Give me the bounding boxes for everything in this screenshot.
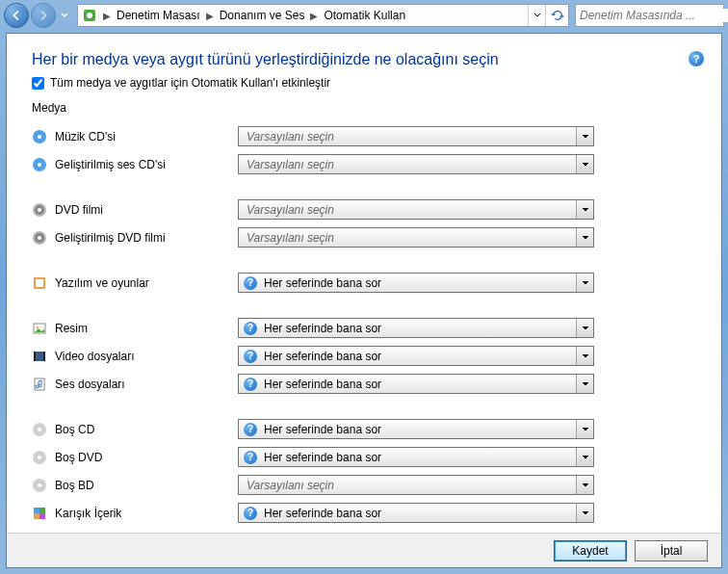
breadcrumb: ▶ Denetim Masası ▶ Donanım ve Ses ▶ Otom…: [101, 6, 528, 25]
forward-button[interactable]: [31, 3, 56, 28]
combo-value: Her seferinde bana sor: [262, 423, 576, 436]
disc-blue-icon: [32, 157, 47, 172]
media-row: Boş BDVarsayılanı seçin: [32, 471, 696, 499]
history-dropdown[interactable]: [58, 3, 71, 28]
media-row: Geliştirilmiş DVD filmiVarsayılanı seçin: [32, 223, 696, 251]
content-frame: ? Her bir medya veya aygıt türünü yerleş…: [6, 33, 722, 568]
chevron-down-icon: [576, 347, 593, 365]
arrow-right-icon: [37, 9, 50, 22]
media-action-combo[interactable]: ?Her seferinde bana sor: [238, 419, 594, 439]
question-icon: ?: [243, 377, 258, 392]
address-dropdown[interactable]: [528, 5, 545, 26]
address-bar[interactable]: ▶ Denetim Masası ▶ Donanım ve Ses ▶ Otom…: [77, 4, 569, 27]
media-action-combo[interactable]: ?Her seferinde bana sor: [238, 273, 594, 293]
chevron-down-icon: [576, 504, 593, 522]
breadcrumb-item[interactable]: Denetim Masası: [113, 6, 204, 25]
svg-rect-19: [34, 352, 36, 361]
arrow-left-icon: [10, 9, 23, 22]
disc-silver-icon: [32, 422, 47, 437]
media-row: Video dosyaları?Her seferinde bana sor: [32, 342, 696, 370]
search-input[interactable]: [576, 9, 728, 22]
svg-point-13: [38, 236, 41, 240]
svg-point-1: [87, 13, 92, 18]
media-action-combo[interactable]: Varsayılanı seçin: [238, 154, 594, 174]
row-gap: [32, 178, 696, 196]
search-box: [575, 4, 724, 27]
content-body: ? Her bir medya veya aygıt türünü yerleş…: [7, 34, 721, 533]
chevron-down-icon: [576, 200, 593, 219]
combo-value: Varsayılanı seçin: [239, 130, 576, 144]
media-row: Boş DVD?Her seferinde bana sor: [32, 443, 696, 471]
svg-point-17: [37, 326, 39, 328]
svg-point-5: [38, 135, 41, 139]
combo-value: Her seferinde bana sor: [262, 276, 576, 290]
software-icon: [32, 275, 47, 291]
media-list: Müzik CD'siVarsayılanı seçinGeliştirilmi…: [32, 122, 696, 527]
page-title: Her bir medya veya aygıt türünü yerleşti…: [32, 51, 696, 68]
help-button[interactable]: ?: [689, 51, 704, 66]
combo-value: Her seferinde bana sor: [262, 378, 576, 391]
disc-dvd-icon: [32, 202, 47, 218]
chevron-down-icon: [576, 476, 593, 494]
enable-autoplay-label[interactable]: Tüm medya ve aygıtlar için Otomatik Kull…: [50, 76, 330, 90]
breadcrumb-item[interactable]: Otomatik Kullan: [320, 6, 409, 25]
svg-point-27: [38, 483, 41, 487]
media-action-combo[interactable]: ?Her seferinde bana sor: [238, 503, 594, 523]
chevron-down-icon: [576, 274, 593, 292]
svg-rect-20: [43, 352, 45, 361]
media-action-combo[interactable]: ?Her seferinde bana sor: [238, 346, 594, 366]
navigation-bar: ▶ Denetim Masası ▶ Donanım ve Ses ▶ Otom…: [0, 0, 728, 31]
media-row: Müzik CD'siVarsayılanı seçin: [32, 122, 696, 150]
picture-icon: [32, 321, 47, 336]
media-label: Boş BD: [55, 479, 238, 492]
chevron-down-icon: [61, 12, 68, 19]
audio-icon: [32, 377, 47, 392]
chevron-down-icon: [576, 127, 593, 145]
media-action-combo[interactable]: ?Her seferinde bana sor: [238, 318, 594, 338]
svg-point-25: [38, 456, 41, 459]
chevron-down-icon: [576, 228, 593, 247]
video-icon: [32, 349, 47, 364]
media-row: Boş CD?Her seferinde bana sor: [32, 415, 696, 443]
combo-value: Varsayılanı seçin: [239, 479, 576, 492]
disc-blue-icon: [32, 129, 47, 144]
media-label: Boş CD: [55, 423, 238, 436]
media-label: Müzik CD'si: [55, 130, 238, 144]
svg-rect-31: [39, 513, 45, 519]
media-row: Resim?Her seferinde bana sor: [32, 314, 696, 342]
media-action-combo[interactable]: Varsayılanı seçin: [238, 199, 594, 220]
footer: Kaydet İptal: [7, 533, 721, 567]
save-button[interactable]: Kaydet: [554, 540, 627, 561]
combo-value: Her seferinde bana sor: [262, 507, 576, 520]
media-label: Boş DVD: [55, 451, 238, 464]
row-gap: [32, 297, 696, 314]
chevron-right-icon: ▶: [204, 11, 216, 21]
refresh-icon: [551, 9, 564, 22]
media-action-combo[interactable]: ?Her seferinde bana sor: [238, 374, 594, 394]
chevron-down-icon: [576, 375, 593, 393]
svg-point-10: [38, 208, 41, 212]
refresh-button[interactable]: [545, 5, 568, 26]
question-icon: ?: [243, 422, 258, 437]
media-action-combo[interactable]: Varsayılanı seçin: [238, 126, 594, 146]
media-label: Video dosyaları: [55, 350, 238, 363]
chevron-down-icon: [576, 155, 593, 173]
media-row: DVD filmiVarsayılanı seçin: [32, 196, 696, 223]
row-gap: [32, 398, 696, 415]
chevron-right-icon: ▶: [101, 11, 113, 21]
enable-autoplay-checkbox[interactable]: [32, 77, 44, 90]
media-action-combo[interactable]: ?Her seferinde bana sor: [238, 447, 594, 467]
chevron-down-icon: [576, 420, 593, 438]
chevron-down-icon: [576, 319, 593, 337]
breadcrumb-item[interactable]: Donanım ve Ses: [216, 6, 309, 25]
media-action-combo[interactable]: Varsayılanı seçin: [238, 475, 594, 495]
back-button[interactable]: [4, 3, 29, 28]
media-action-combo[interactable]: Varsayılanı seçin: [238, 227, 594, 248]
media-row: Geliştirilmiş ses CD'siVarsayılanı seçin: [32, 150, 696, 178]
media-label: Yazılım ve oyunlar: [55, 276, 238, 290]
combo-value: Varsayılanı seçin: [239, 231, 576, 245]
media-label: Geliştirilmiş ses CD'si: [55, 158, 238, 171]
media-label: Resim: [55, 322, 238, 335]
cancel-button[interactable]: İptal: [635, 540, 708, 561]
chevron-right-icon: ▶: [308, 11, 320, 21]
